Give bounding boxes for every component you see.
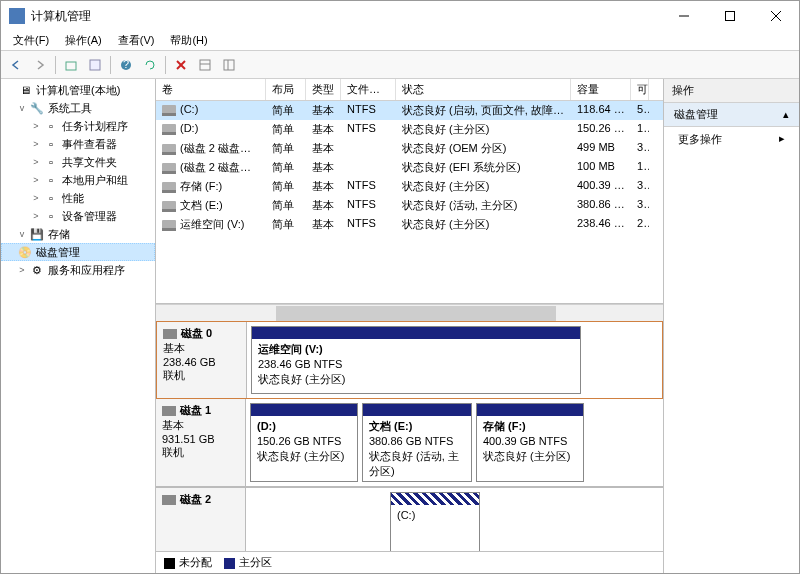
partition[interactable]: 运维空间 (V:)238.46 GB NTFS状态良好 (主分区) bbox=[251, 326, 581, 394]
col-free[interactable]: 可 bbox=[631, 79, 649, 100]
legend-unalloc-icon bbox=[164, 558, 175, 569]
menu-view[interactable]: 查看(V) bbox=[112, 31, 161, 50]
disk-row[interactable]: 磁盘 0基本238.46 GB联机运维空间 (V:)238.46 GB NTFS… bbox=[156, 321, 663, 399]
col-type[interactable]: 类型 bbox=[306, 79, 341, 100]
main-content: 卷 布局 类型 文件系统 状态 容量 可 (C:)简单基本NTFS状态良好 (启… bbox=[156, 79, 664, 573]
disk-row[interactable]: 磁盘 1基本931.51 GB联机(D:)150.26 GB NTFS状态良好 … bbox=[156, 399, 663, 488]
properties-button[interactable] bbox=[84, 54, 106, 76]
menu-action[interactable]: 操作(A) bbox=[59, 31, 108, 50]
arrow-right-icon: ▸ bbox=[779, 132, 785, 147]
tree-storage[interactable]: v💾存储 bbox=[1, 225, 155, 243]
volume-icon bbox=[162, 220, 176, 231]
titlebar: 计算机管理 bbox=[1, 1, 799, 31]
svg-rect-4 bbox=[66, 62, 76, 70]
svg-text:?: ? bbox=[123, 58, 129, 70]
col-status[interactable]: 状态 bbox=[396, 79, 571, 100]
volume-row[interactable]: (D:)简单基本NTFS状态良好 (主分区)150.26 GB1 bbox=[156, 120, 663, 139]
toolbar: ? bbox=[1, 51, 799, 79]
volume-icon bbox=[162, 163, 176, 174]
partition[interactable]: 存储 (F:)400.39 GB NTFS状态良好 (主分区) bbox=[476, 403, 584, 482]
col-capacity[interactable]: 容量 bbox=[571, 79, 631, 100]
volume-row[interactable]: (磁盘 2 磁盘分区 2)简单基本状态良好 (EFI 系统分区)100 MB1 bbox=[156, 158, 663, 177]
menu-help[interactable]: 帮助(H) bbox=[164, 31, 213, 50]
volume-icon bbox=[162, 144, 176, 155]
tree-systools-item[interactable]: >▫事件查看器 bbox=[1, 135, 155, 153]
collapse-icon: ▴ bbox=[783, 108, 789, 121]
tree-diskmgmt[interactable]: 📀磁盘管理 bbox=[1, 243, 155, 261]
volume-row[interactable]: 运维空间 (V:)简单基本NTFS状态良好 (主分区)238.46 GB2 bbox=[156, 215, 663, 234]
menu-file[interactable]: 文件(F) bbox=[7, 31, 55, 50]
up-button[interactable] bbox=[60, 54, 82, 76]
svg-rect-1 bbox=[726, 12, 735, 21]
disk-icon bbox=[163, 329, 177, 339]
col-volume[interactable]: 卷 bbox=[156, 79, 266, 100]
back-button[interactable] bbox=[5, 54, 27, 76]
tree-systools-item[interactable]: >▫共享文件夹 bbox=[1, 153, 155, 171]
actions-sub[interactable]: 磁盘管理▴ bbox=[664, 103, 799, 127]
svg-rect-12 bbox=[224, 60, 234, 70]
volume-icon bbox=[162, 124, 176, 135]
actions-more[interactable]: 更多操作▸ bbox=[664, 127, 799, 152]
tree-root[interactable]: 🖥计算机管理(本地) bbox=[1, 81, 155, 99]
volume-list[interactable]: 卷 布局 类型 文件系统 状态 容量 可 (C:)简单基本NTFS状态良好 (启… bbox=[156, 79, 663, 304]
volume-icon bbox=[162, 201, 176, 212]
col-fs[interactable]: 文件系统 bbox=[341, 79, 396, 100]
forward-button[interactable] bbox=[29, 54, 51, 76]
legend: 未分配 主分区 bbox=[156, 551, 663, 573]
legend-primary-icon bbox=[224, 558, 235, 569]
delete-button[interactable] bbox=[170, 54, 192, 76]
tree-services[interactable]: >⚙服务和应用程序 bbox=[1, 261, 155, 279]
tree-systools-item[interactable]: >▫设备管理器 bbox=[1, 207, 155, 225]
partition[interactable]: (D:)150.26 GB NTFS状态良好 (主分区) bbox=[250, 403, 358, 482]
tree-systools-item[interactable]: >▫本地用户和组 bbox=[1, 171, 155, 189]
volume-header: 卷 布局 类型 文件系统 状态 容量 可 bbox=[156, 79, 663, 101]
close-button[interactable] bbox=[753, 1, 799, 31]
partition[interactable]: 文档 (E:)380.86 GB NTFS状态良好 (活动, 主分区) bbox=[362, 403, 472, 482]
disk-icon bbox=[162, 406, 176, 416]
help-button[interactable]: ? bbox=[115, 54, 137, 76]
minimize-button[interactable] bbox=[661, 1, 707, 31]
disk-icon bbox=[162, 495, 176, 505]
maximize-button[interactable] bbox=[707, 1, 753, 31]
volume-icon bbox=[162, 182, 176, 193]
menubar: 文件(F) 操作(A) 查看(V) 帮助(H) bbox=[1, 31, 799, 51]
svg-rect-5 bbox=[90, 60, 100, 70]
volume-row[interactable]: (C:)简单基本NTFS状态良好 (启动, 页面文件, 故障转储, 主分区)11… bbox=[156, 101, 663, 120]
svg-rect-10 bbox=[200, 60, 210, 70]
partition[interactable]: (C:) bbox=[390, 492, 480, 551]
volume-row[interactable]: 文档 (E:)简单基本NTFS状态良好 (活动, 主分区)380.86 GB3 bbox=[156, 196, 663, 215]
disk-row[interactable]: 磁盘 2(C:) bbox=[156, 488, 663, 551]
volume-row[interactable]: 存储 (F:)简单基本NTFS状态良好 (主分区)400.39 GB3 bbox=[156, 177, 663, 196]
tree-systools-item[interactable]: >▫任务计划程序 bbox=[1, 117, 155, 135]
disk-layout-pane[interactable]: 磁盘 0基本238.46 GB联机运维空间 (V:)238.46 GB NTFS… bbox=[156, 321, 663, 551]
actions-header: 操作 bbox=[664, 79, 799, 103]
volume-row[interactable]: (磁盘 2 磁盘分区 1)简单基本状态良好 (OEM 分区)499 MB3 bbox=[156, 139, 663, 158]
volume-icon bbox=[162, 105, 176, 116]
tree-systools-item[interactable]: >▫性能 bbox=[1, 189, 155, 207]
view-list-button[interactable] bbox=[194, 54, 216, 76]
nav-tree[interactable]: 🖥计算机管理(本地) v🔧系统工具 >▫任务计划程序>▫事件查看器>▫共享文件夹… bbox=[1, 79, 156, 573]
view-detail-button[interactable] bbox=[218, 54, 240, 76]
actions-pane: 操作 磁盘管理▴ 更多操作▸ bbox=[664, 79, 799, 573]
hscrollbar[interactable] bbox=[156, 304, 663, 321]
col-layout[interactable]: 布局 bbox=[266, 79, 306, 100]
tree-systools[interactable]: v🔧系统工具 bbox=[1, 99, 155, 117]
refresh-button[interactable] bbox=[139, 54, 161, 76]
app-icon bbox=[9, 8, 25, 24]
window-title: 计算机管理 bbox=[31, 8, 661, 25]
